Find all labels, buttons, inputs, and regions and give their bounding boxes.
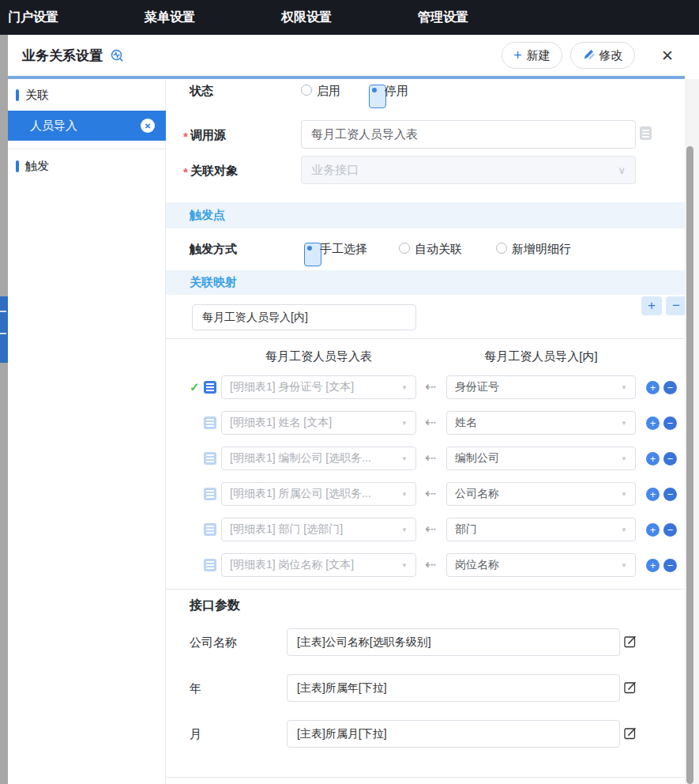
sidebar-item-label: 人员导入 (30, 119, 77, 134)
arrow-left-icon: ⇠ (425, 379, 436, 395)
mapping-target-select[interactable]: 编制公司▼ (446, 447, 636, 470)
mapping-source-select[interactable]: [明细表1] 所属公司 [选职务...▼ (221, 482, 416, 506)
radio-manual-select[interactable] (304, 243, 321, 266)
remove-row-button[interactable]: − (663, 488, 677, 501)
top-nav-bar: 门户设置 菜单设置 权限设置 管理设置 (0, 0, 699, 35)
param-month-label: 月 (190, 727, 201, 742)
mapping-row: [明细表1] 姓名 [文本]▼ ⇠ 姓名▼ + − (166, 411, 685, 435)
background-page-strip (0, 35, 8, 784)
caret-down-icon: ▼ (621, 526, 627, 533)
radio-auto-relate-label[interactable]: 自动关联 (415, 242, 462, 257)
radio-new-detail-row[interactable] (496, 243, 507, 254)
dialog-sidebar: 关联 人员导入 ✕ 触发 (8, 79, 166, 784)
sidebar-item-trigger[interactable]: 触发 (8, 152, 166, 180)
mapping-target-select[interactable]: 公司名称▼ (446, 482, 636, 506)
caret-down-icon: ▼ (401, 384, 408, 391)
mapping-source-select[interactable]: [明细表1] 身份证号 [文本]▼ (221, 375, 416, 399)
radio-new-detail-row-label[interactable]: 新增明细行 (512, 242, 571, 257)
add-row-button[interactable]: + (646, 416, 660, 430)
new-button[interactable]: + 新建 (502, 42, 562, 69)
mapping-row: [明细表1] 部门 [选部门]▼ ⇠ 部门▼ + − (166, 518, 685, 541)
close-icon[interactable]: ✕ (657, 45, 678, 66)
table-icon (204, 416, 216, 429)
nav-item-management-settings[interactable]: 管理设置 (418, 9, 547, 26)
modify-button[interactable]: 修改 (570, 42, 635, 69)
edit-icon[interactable] (624, 635, 638, 649)
edit-icon[interactable] (624, 680, 638, 695)
param-year-input[interactable] (287, 674, 620, 702)
nav-item-menu-settings[interactable]: 菜单设置 (145, 9, 273, 26)
arrow-left-icon: ⇠ (425, 485, 436, 502)
remove-row-button[interactable]: − (663, 381, 677, 394)
add-row-button[interactable]: + (646, 559, 660, 572)
document-icon[interactable] (640, 126, 652, 140)
scrollbar-thumb[interactable] (686, 146, 693, 784)
param-company-input[interactable] (287, 628, 620, 656)
sidebar-item-person-import[interactable]: 人员导入 ✕ (8, 111, 166, 141)
table-icon (204, 381, 216, 394)
required-mark: * (183, 165, 188, 179)
mapping-target-value: 身份证号 (455, 380, 499, 394)
param-year-label: 年 (190, 681, 201, 696)
nav-item-permission-settings[interactable]: 权限设置 (281, 9, 410, 26)
mapping-source-select[interactable]: [明细表1] 岗位名称 [文本]▼ (221, 553, 416, 577)
scrollbar-track[interactable] (685, 79, 699, 784)
remove-item-icon[interactable]: ✕ (141, 119, 155, 133)
source-input[interactable] (301, 120, 636, 149)
param-month-input[interactable] (287, 720, 620, 748)
edit-pen-icon (583, 48, 595, 62)
nav-item-portal-settings[interactable]: 门户设置 (8, 9, 137, 26)
mapping-name-input[interactable] (192, 304, 416, 330)
remove-row-button[interactable]: − (663, 452, 677, 466)
add-row-button[interactable]: + (646, 523, 660, 537)
sidebar-divider (8, 149, 166, 149)
radio-enable[interactable] (301, 85, 312, 96)
mapping-row: ✓ [明细表1] 身份证号 [文本]▼ ⇠ 身份证号▼ + − (166, 375, 685, 399)
mapping-section-header: 关联映射 (166, 270, 685, 295)
radio-manual-select-label[interactable]: 手工选择 (320, 242, 367, 257)
table-icon (204, 559, 216, 571)
mapping-target-select[interactable]: 部门▼ (446, 518, 636, 541)
caret-down-icon: ▼ (401, 491, 408, 498)
new-button-label: 新建 (527, 48, 551, 63)
radio-disable[interactable] (369, 85, 386, 108)
sidebar-item-relation[interactable]: 关联 (8, 81, 166, 109)
trigger-section-header: 触发点 (166, 202, 685, 228)
add-row-button[interactable]: + (646, 381, 660, 394)
remove-row-button[interactable]: − (663, 523, 677, 537)
mapping-target-select[interactable]: 姓名▼ (446, 411, 636, 435)
radio-disable-label[interactable]: 停用 (385, 84, 408, 99)
chevron-down-icon: ∨ (618, 164, 626, 176)
add-row-button[interactable]: + (646, 488, 660, 501)
pulse-search-icon[interactable] (111, 49, 124, 66)
mapping-left-column-header: 每月工资人员导入表 (221, 349, 416, 364)
arrow-left-icon: ⇠ (425, 521, 436, 537)
mapping-remove-button[interactable]: − (666, 296, 686, 315)
mapping-row: [明细表1] 所属公司 [选职务...▼ ⇠ 公司名称▼ + − (166, 482, 685, 506)
table-icon (204, 452, 216, 465)
arrow-left-icon: ⇠ (425, 450, 436, 466)
mapping-source-select[interactable]: [明细表1] 编制公司 [选职务...▼ (221, 447, 416, 470)
params-section-title: 接口参数 (190, 597, 240, 614)
remove-row-button[interactable]: − (663, 559, 677, 572)
mapping-right-column-header: 每月工资人员导入[内] (446, 349, 636, 364)
mapping-section-title: 关联映射 (190, 275, 237, 290)
caret-down-icon: ▼ (401, 455, 408, 462)
table-icon (204, 488, 216, 500)
mapping-source-select[interactable]: [明细表1] 部门 [选部门]▼ (221, 518, 416, 541)
param-company-label: 公司名称 (190, 635, 237, 650)
radio-auto-relate[interactable] (399, 243, 410, 254)
add-row-button[interactable]: + (646, 452, 660, 466)
mapping-target-select[interactable]: 身份证号▼ (446, 375, 636, 399)
mapping-row: [明细表1] 岗位名称 [文本]▼ ⇠ 岗位名称▼ + − (166, 553, 685, 577)
radio-enable-label[interactable]: 启用 (317, 84, 340, 99)
target-select[interactable]: 业务接口 ∨ (301, 156, 636, 184)
mapping-source-select[interactable]: [明细表1] 姓名 [文本]▼ (221, 411, 416, 435)
mapping-target-select[interactable]: 岗位名称▼ (446, 553, 636, 577)
mapping-row: [明细表1] 编制公司 [选职务...▼ ⇠ 编制公司▼ + − (166, 447, 685, 470)
dialog-title: 业务关系设置 (22, 47, 103, 65)
edit-icon[interactable] (624, 726, 638, 741)
mapping-add-button[interactable]: + (641, 296, 662, 315)
remove-row-button[interactable]: − (663, 416, 677, 430)
mapping-source-value: [明细表1] 身份证号 [文本] (230, 380, 354, 394)
